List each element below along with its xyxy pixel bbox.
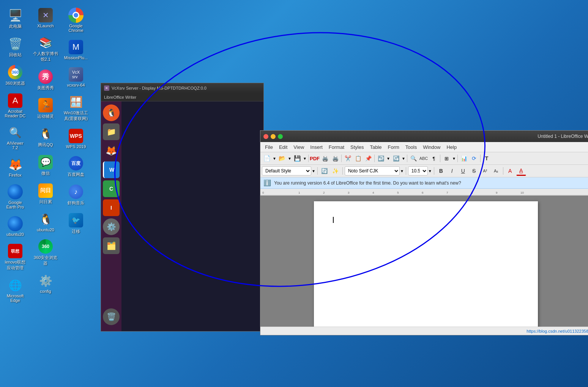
desktop-icon-pc[interactable]: 🖥️ 此电脑 [0,4,30,32]
lo-minimize-btn[interactable] [271,134,276,139]
tb-table-dd[interactable]: ▼ [452,154,456,163]
desktop-icon-xiami-label: 虾狗音乐 [68,200,84,206]
tb-print-prev[interactable]: 🖨️ [320,154,330,163]
tb-undo-dd[interactable]: ▼ [386,154,391,163]
menu-tools[interactable]: Tools [402,143,420,151]
desktop-icon-360safe[interactable]: 360 360安全浏览器 [30,235,61,269]
desktop-icon-360blog[interactable]: 360 360浏览器 [0,61,30,89]
desktop-icon-msedge[interactable]: 🌐 MicrosoftEdge [0,274,30,306]
desktop-icon-col1: 🖥️ 此电脑 🗑️ 回收站 360 360浏览器 A AcrobatReader… [0,4,30,306]
tb2-superscript[interactable]: A² [480,166,490,176]
desktop-icon-mission[interactable]: M MissionPlu... [61,36,91,63]
size-dd-btn[interactable]: ▼ [428,169,432,173]
vcxsrv-titlebar[interactable]: ✕ VcXsrv Server - Display MS-DPTDTDRHCOQ… [101,83,263,93]
desktop-icon-wechat[interactable]: 💬 微信 [30,151,61,179]
tb2-underline[interactable]: U [458,166,468,176]
sidebar-writer-btn[interactable]: W [103,161,120,178]
tb-paste[interactable]: 📌 [363,154,373,163]
desktop-icon-xiami[interactable]: ♪ 虾狗音乐 [61,180,91,209]
desktop-icon-win10[interactable]: 🪟 Win10激活工具(需要联网) [61,90,91,125]
tb-refresh[interactable]: ⟳ [469,154,479,163]
tb-redo[interactable]: ↪️ [391,154,401,163]
desktop-icon-qq[interactable]: 🐧 腾讯QQ [30,122,61,151]
lo-size-dropdown[interactable]: 10.5 [408,166,428,175]
desktop-icon-chrome[interactable]: GoogleChrome [61,4,91,36]
menu-insert[interactable]: Insert [307,143,326,151]
sidebar-impress-btn[interactable]: I [103,199,120,216]
desktop-icon-migrate[interactable]: 🐦 迁移 [61,209,91,237]
tb-textbox[interactable]: T [482,154,492,163]
tb-undo[interactable]: ↩️ [376,154,386,163]
desktop-icon-trash[interactable]: 🗑️ 回收站 [0,32,30,61]
toolbar2-sep2 [342,167,343,175]
menu-format[interactable]: Format [326,143,347,151]
tb-print[interactable]: 🖨️ [330,154,340,163]
desktop-icon-config[interactable]: ⚙️ config [30,269,61,297]
tb-chart[interactable]: 📊 [459,154,469,163]
tb2-subscript[interactable]: A₂ [491,166,501,176]
tb-format-marks[interactable]: ¶ [429,154,439,163]
tb-open-dd[interactable]: ▼ [287,154,292,163]
menu-file[interactable]: File [262,143,276,151]
tb-new[interactable]: 📄 [262,154,272,163]
tb-redo-dd[interactable]: ▼ [401,154,406,163]
desktop-icon-wendri[interactable]: 问日 问日累 [30,179,61,208]
svg-text:9: 9 [496,191,498,194]
lo-page[interactable] [314,201,538,327]
desktop-icon-meitu[interactable]: 秀 美图秀秀 [30,65,61,94]
desktop-icon-ubuntu[interactable]: 🐧 ubuntu20 [30,208,61,235]
tb-spellcheck[interactable]: ABC [419,154,429,163]
desktop-icon-aiviewer[interactable]: 🔍 AIViewer7.2 [0,121,30,153]
menu-form[interactable]: Form [385,143,402,151]
lo-close-btn[interactable] [263,134,268,139]
menu-view[interactable]: View [290,143,307,151]
desktop-icon-yundong[interactable]: 🏃 运动辅灵 [30,94,61,122]
lo-maximize-btn[interactable] [278,134,283,139]
tb2-fontcolor[interactable]: A [516,166,526,176]
desktop-icon-firefox[interactable]: 🦊 Firefox [0,153,30,180]
tb-cut[interactable]: ✂️ [343,154,353,163]
desktop-icon-lenovo[interactable]: 联想 lenovo联想应动管理 [0,240,30,274]
tb2-strikethrough[interactable]: S [469,166,479,176]
sidebar-calc-btn[interactable]: C [103,180,120,197]
tb-table[interactable]: ⊞ [441,154,451,163]
desktop-icon-aiviewer-label: AIViewer7.2 [7,141,24,150]
lo-style-dropdown[interactable]: Default Style [262,166,311,175]
desktop-icon-migrate-label: 迁移 [72,229,80,234]
desktop-icon-gearth-pro[interactable]: GoogleEarth Pro [0,180,30,212]
desktop-icon-baidu[interactable]: 百度 百度网盘 [61,152,91,180]
tb-copy[interactable]: 📋 [353,154,363,163]
menu-window[interactable]: Window [420,143,443,151]
sidebar-trash-btn[interactable]: 🗑️ [103,308,120,325]
tb2-update[interactable]: 🔄 [320,166,329,176]
menu-help[interactable]: Help [443,143,460,151]
menu-styles[interactable]: Styles [347,143,367,151]
tb2-italic[interactable]: I [447,166,457,176]
tb-save-dd[interactable]: ▼ [303,154,307,163]
menu-edit[interactable]: Edit [276,143,290,151]
menu-table[interactable]: Table [367,143,385,151]
tb2-bold[interactable]: B [436,166,446,176]
desktop-icon-wps[interactable]: WPS WPS 2019 [61,125,91,152]
sidebar-ubuntu-btn[interactable]: 🐧 [103,104,120,121]
tb-pdf[interactable]: PDF [310,154,320,163]
tb2-highlight[interactable]: A [505,166,515,176]
tb2-new-style[interactable]: ✨ [331,166,341,176]
desktop-icon-xlaunch[interactable]: ✕ XLaunch [30,4,61,31]
style-dd-btn[interactable]: ▼ [312,169,315,173]
tb-new-dd[interactable]: ▼ [272,154,277,163]
lo-font-dropdown[interactable]: Noto Serif CJK [345,166,400,175]
desktop-icon-personal[interactable]: 📚 个人数字博书馆2.1 [30,31,61,65]
font-dd-btn[interactable]: ▼ [400,169,404,173]
tb-find[interactable]: 🔍 [408,154,418,163]
tb-open[interactable]: 📂 [277,154,287,163]
tb-save[interactable]: 💾 [292,154,302,163]
lo-titlebar[interactable]: Untitled 1 - LibreOffice W [260,131,588,142]
sidebar-files2-btn[interactable]: 🗂️ [103,237,120,254]
desktop-icon-acrobat[interactable]: A AcrobatReader DC [0,89,30,121]
desktop-icon-vcxsrv[interactable]: VcXsrv vcxsrv-64 [61,63,91,90]
sidebar-files-btn[interactable]: 📁 [103,123,120,140]
sidebar-firefox-btn[interactable]: 🦊 [103,142,120,159]
sidebar-settings-btn[interactable]: ⚙️ [103,218,120,235]
desktop-icon-gearth[interactable]: ubuntu20 [0,212,30,240]
